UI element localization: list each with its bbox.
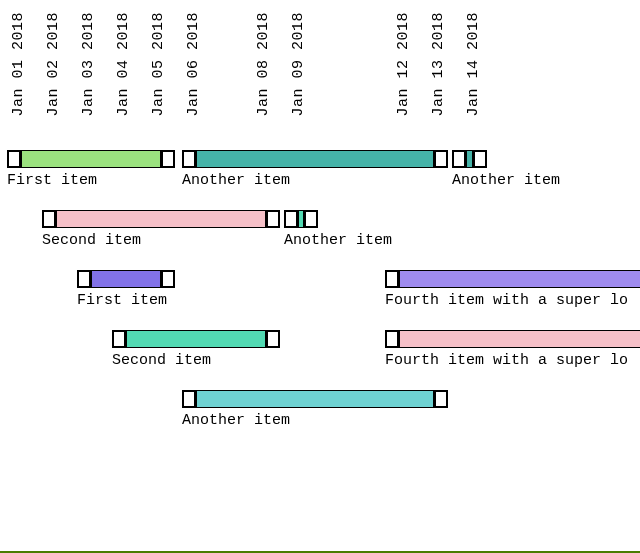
bar-label: Another item: [284, 232, 392, 249]
gantt-bar[interactable]: [196, 390, 434, 408]
gantt-bar[interactable]: [399, 330, 640, 348]
bar-label: Fourth item with a super lo: [385, 292, 628, 309]
bar-start-cap[interactable]: [77, 270, 91, 288]
tick-label: Jan 05 2018: [150, 12, 167, 117]
tick: Jan 01 2018: [10, 12, 32, 117]
bar-start-cap[interactable]: [182, 150, 196, 168]
tick-label: Jan 12 2018: [395, 12, 412, 117]
tick-label: Jan 09 2018: [290, 12, 307, 117]
bar-end-cap[interactable]: [304, 210, 318, 228]
gantt-bar[interactable]: [56, 210, 266, 228]
bar-start-cap[interactable]: [182, 390, 196, 408]
bar-start-cap[interactable]: [284, 210, 298, 228]
tick: Jan 04 2018: [115, 12, 137, 117]
gantt-bar[interactable]: [196, 150, 434, 168]
bar-label: Another item: [182, 172, 290, 189]
bar-start-cap[interactable]: [385, 330, 399, 348]
bar-label: First item: [7, 172, 97, 189]
tick: Jan 03 2018: [80, 12, 102, 117]
tick: Jan 06 2018: [185, 12, 207, 117]
tick-label: Jan 13 2018: [430, 12, 447, 117]
bar-end-cap[interactable]: [266, 330, 280, 348]
tick: Jan 09 2018: [290, 12, 312, 117]
tick: Jan 14 2018: [465, 12, 487, 117]
bar-start-cap[interactable]: [385, 270, 399, 288]
tick: Jan 02 2018: [45, 12, 67, 117]
bar-label: Fourth item with a super lo: [385, 352, 628, 369]
bar-label: Second item: [42, 232, 141, 249]
tick: Jan 12 2018: [395, 12, 417, 117]
bar-label: Second item: [112, 352, 211, 369]
bar-end-cap[interactable]: [473, 150, 487, 168]
tick: Jan 13 2018: [430, 12, 452, 117]
bar-label: First item: [77, 292, 167, 309]
bar-end-cap[interactable]: [434, 390, 448, 408]
gantt-bar[interactable]: [21, 150, 161, 168]
gantt-chart: Jan 01 2018 Jan 02 2018 Jan 03 2018 Jan …: [0, 0, 640, 553]
bar-start-cap[interactable]: [112, 330, 126, 348]
tick: Jan 05 2018: [150, 12, 172, 117]
bar-end-cap[interactable]: [161, 270, 175, 288]
gantt-bar[interactable]: [126, 330, 266, 348]
bar-end-cap[interactable]: [434, 150, 448, 168]
tick-label: Jan 02 2018: [45, 12, 62, 117]
bar-start-cap[interactable]: [42, 210, 56, 228]
bar-end-cap[interactable]: [266, 210, 280, 228]
bar-label: Another item: [182, 412, 290, 429]
tick-label: Jan 01 2018: [10, 12, 27, 117]
gantt-bar[interactable]: [91, 270, 161, 288]
bar-end-cap[interactable]: [161, 150, 175, 168]
bar-start-cap[interactable]: [452, 150, 466, 168]
gantt-bar[interactable]: [399, 270, 640, 288]
bar-label: Another item: [452, 172, 560, 189]
tick: Jan 08 2018: [255, 12, 277, 117]
bar-start-cap[interactable]: [7, 150, 21, 168]
gantt-bar[interactable]: [466, 150, 473, 168]
tick-label: Jan 14 2018: [465, 12, 482, 117]
tick-label: Jan 06 2018: [185, 12, 202, 117]
tick-label: Jan 04 2018: [115, 12, 132, 117]
tick-label: Jan 08 2018: [255, 12, 272, 117]
tick-label: Jan 03 2018: [80, 12, 97, 117]
